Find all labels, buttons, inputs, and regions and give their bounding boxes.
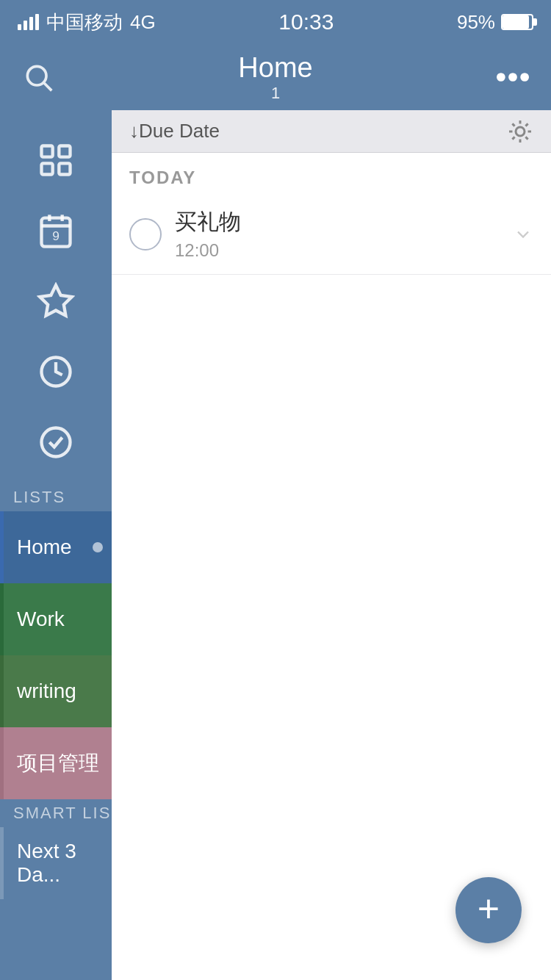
sidebar-item-writing-label: writing (17, 680, 76, 703)
main-layout: 9 LISTS Home (0, 110, 551, 980)
task-time: 12:00 (175, 240, 513, 261)
content-area: ↓Due Date TODAY 买礼物 12:00 (112, 110, 551, 980)
sidebar-item-grid[interactable] (0, 125, 112, 195)
svg-point-4 (522, 74, 528, 81)
battery-area: 95% (457, 11, 533, 34)
star-icon (37, 282, 75, 320)
nav-title: Home (238, 52, 312, 84)
svg-point-17 (516, 127, 525, 136)
svg-line-22 (512, 123, 514, 126)
battery-fill (503, 15, 529, 29)
sidebar: 9 LISTS Home (0, 110, 112, 980)
task-area: TODAY 买礼物 12:00 (112, 153, 551, 980)
battery-icon (501, 14, 533, 30)
check-circle-icon (37, 423, 75, 461)
svg-rect-6 (59, 146, 70, 157)
sidebar-item-work[interactable]: Work (0, 583, 112, 655)
plus-icon: + (478, 890, 500, 928)
sidebar-item-work-label: Work (17, 608, 65, 631)
sidebar-item-home[interactable]: Home (0, 511, 112, 583)
sidebar-item-next3days-label: Next 3 Da... (17, 840, 112, 887)
calendar-icon: 9 (37, 212, 75, 250)
svg-rect-8 (59, 163, 70, 174)
svg-line-24 (512, 137, 514, 139)
section-header-today: TODAY (112, 153, 551, 194)
clock-icon (37, 353, 75, 391)
svg-point-16 (42, 428, 71, 457)
search-icon[interactable] (22, 61, 54, 93)
nav-badge: 1 (271, 84, 280, 103)
network-label: 4G (130, 11, 156, 34)
sun-icon[interactable] (507, 118, 533, 145)
svg-point-3 (510, 74, 516, 81)
more-icon[interactable] (497, 70, 529, 84)
home-dot (93, 542, 103, 552)
signal-icon (18, 14, 39, 30)
svg-text:9: 9 (52, 228, 60, 243)
svg-point-0 (27, 66, 46, 85)
svg-point-2 (497, 74, 504, 81)
grid-icon (37, 141, 75, 179)
smart-lists-label: SMART LIS (0, 804, 111, 823)
svg-marker-14 (40, 285, 71, 315)
sidebar-item-project-label: 项目管理 (17, 749, 99, 777)
add-task-button[interactable]: + (455, 877, 522, 943)
task-item[interactable]: 买礼物 12:00 (112, 194, 551, 275)
svg-line-25 (525, 123, 527, 126)
time-label: 10:33 (278, 10, 334, 35)
sidebar-item-project[interactable]: 项目管理 (0, 727, 112, 799)
sort-bar: ↓Due Date (112, 110, 551, 153)
sidebar-item-starred[interactable] (0, 266, 112, 336)
task-checkbox[interactable] (129, 218, 162, 251)
sidebar-item-calendar[interactable]: 9 (0, 195, 112, 266)
task-details: 买礼物 12:00 (175, 207, 513, 261)
sidebar-item-home-label: Home (17, 536, 72, 559)
svg-line-23 (525, 137, 527, 139)
svg-rect-7 (42, 163, 53, 174)
sidebar-item-scheduled[interactable] (0, 336, 112, 407)
status-bar: 中国移动 4G 10:33 95% (0, 0, 551, 44)
sidebar-item-done[interactable] (0, 407, 112, 478)
status-left: 中国移动 4G (18, 10, 156, 35)
sort-label[interactable]: ↓Due Date (129, 120, 220, 143)
lists-label: LISTS (0, 488, 65, 507)
sidebar-item-writing[interactable]: writing (0, 655, 112, 727)
svg-line-1 (44, 83, 51, 90)
nav-bar: Home 1 (0, 44, 551, 110)
sidebar-item-next3days[interactable]: Next 3 Da... (0, 827, 112, 899)
carrier-label: 中国移动 (46, 10, 123, 35)
task-name: 买礼物 (175, 207, 513, 237)
svg-rect-5 (42, 146, 53, 157)
battery-percent: 95% (457, 11, 495, 34)
chevron-down-icon[interactable] (513, 224, 533, 245)
nav-title-area: Home 1 (238, 52, 312, 103)
